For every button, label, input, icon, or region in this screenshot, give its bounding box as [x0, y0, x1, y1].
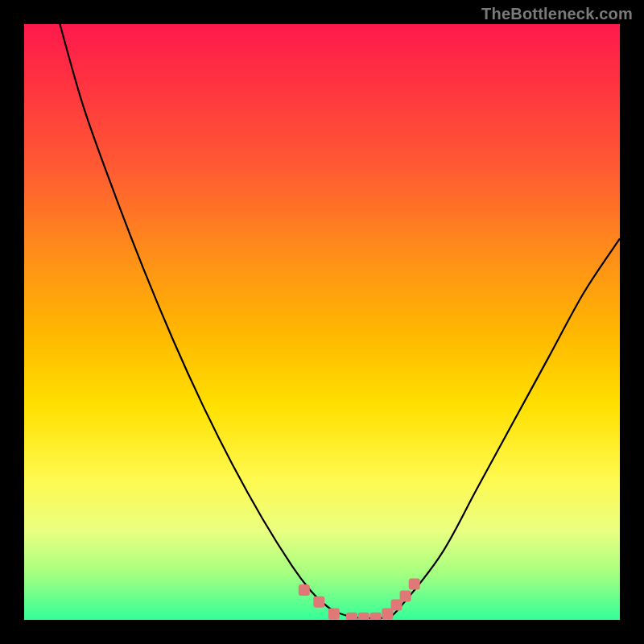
marker-point: [409, 579, 420, 590]
marker-point: [328, 609, 340, 620]
marker-point: [382, 609, 393, 620]
curve-path: [60, 24, 620, 618]
chart-plot-area: [24, 24, 620, 620]
marker-point: [370, 613, 382, 620]
marker-point: [358, 613, 369, 620]
bottleneck-curve: [24, 24, 620, 620]
marker-point: [299, 584, 310, 596]
attribution-label: TheBottleneck.com: [481, 5, 633, 23]
marker-point: [346, 613, 357, 620]
marker-point: [400, 590, 411, 601]
chart-frame: TheBottleneck.com: [0, 0, 644, 644]
marker-point: [313, 597, 324, 608]
marker-point: [391, 600, 402, 611]
marker-group: [299, 579, 420, 620]
